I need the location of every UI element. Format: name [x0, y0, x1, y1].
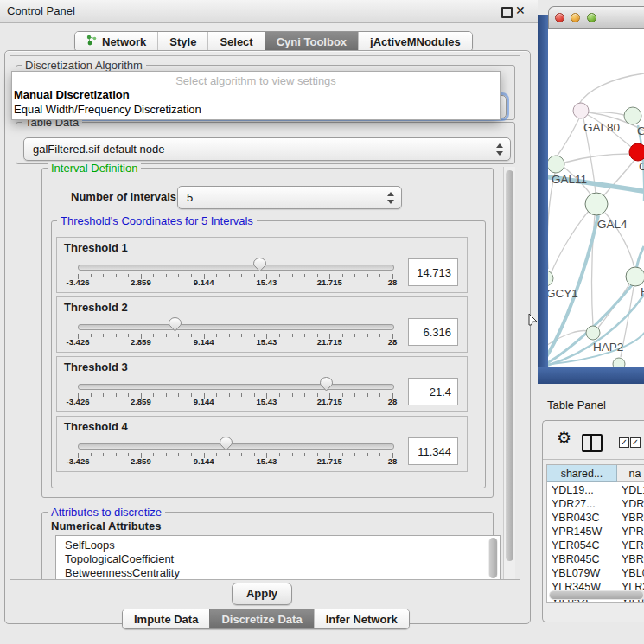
slider-track[interactable] — [78, 443, 394, 450]
threshold-value-field[interactable]: 11.344 — [408, 437, 458, 465]
apply-button[interactable]: Apply — [232, 583, 292, 605]
network-node[interactable] — [613, 358, 625, 367]
tab-discretize-data[interactable]: Discretize Data — [209, 609, 313, 628]
table-row[interactable]: YDL19...YDL1 — [547, 483, 644, 497]
tab-jactivemnodules[interactable]: jActiveMNodules — [358, 32, 472, 51]
table-cell: YPR1 — [622, 525, 644, 539]
tick-label: 2.859 — [131, 277, 151, 287]
slider-ruler — [78, 334, 392, 339]
node-label: GAL4 — [597, 218, 628, 231]
attribute-item-betweennesscentrality[interactable]: BetweennessCentrality — [65, 566, 180, 580]
tab-cyni-toolbox[interactable]: Cyni Toolbox — [265, 32, 358, 51]
network-node-h[interactable] — [626, 267, 644, 286]
thresholds-group-title: Threshold's Coordinates for 5 Intervals — [57, 214, 257, 227]
table-cell: YDR27... — [552, 497, 596, 511]
zoom-traffic-light-icon[interactable] — [587, 13, 596, 22]
network-node-gal4[interactable] — [585, 193, 608, 215]
slider-thumb[interactable] — [220, 437, 233, 451]
slider-track[interactable] — [78, 384, 394, 390]
settings-vertical-scrollbar[interactable] — [503, 167, 515, 579]
gear-icon[interactable]: ⚙ — [557, 428, 571, 448]
column-header-shared[interactable]: shared... — [547, 465, 617, 482]
tick-label: 15.43 — [257, 277, 277, 287]
tick-label: 2.859 — [131, 337, 151, 347]
popup-option-manual-discretization[interactable]: Manual Discretization — [14, 88, 130, 101]
slider-thumb[interactable] — [320, 377, 333, 392]
minimize-traffic-light-icon[interactable] — [571, 13, 580, 22]
network-node-gal80[interactable] — [573, 103, 589, 118]
table-row[interactable]: YBR043CYBR0 — [547, 511, 644, 525]
node-table[interactable]: shared...na YDL19...YDL1YDR27...YDR2YBR0… — [546, 464, 644, 603]
network-node-hap2[interactable] — [586, 326, 600, 340]
table-horizontal-scrollbar[interactable] — [549, 590, 644, 600]
scrollbar-thumb[interactable] — [489, 538, 497, 578]
float-window-icon[interactable] — [501, 7, 513, 18]
table-row[interactable]: YBL079WYBL0 — [547, 566, 644, 580]
table-panel-title: Table Panel — [547, 399, 606, 411]
attributes-group-title: Attributes to discretize — [48, 506, 165, 519]
popup-option-equal-width-frequency[interactable]: Equal Width/Frequency Discretization — [14, 103, 201, 116]
attribute-item-topologicalcoefficient[interactable]: TopologicalCoefficient — [65, 552, 174, 566]
column-header-na[interactable]: na — [617, 465, 644, 482]
table-cell: YDL19... — [552, 483, 594, 497]
slider-thumb[interactable] — [253, 258, 266, 272]
tab-label: jActiveMNodules — [370, 35, 461, 48]
attribute-item-selfloops[interactable]: SelfLoops — [65, 539, 115, 552]
checkbox-icon[interactable]: ✓ — [619, 437, 629, 448]
attributes-list-scrollbar[interactable] — [488, 538, 498, 578]
node-label: GA — [637, 124, 644, 137]
tick-label: 9.144 — [194, 277, 214, 287]
tab-style[interactable]: Style — [157, 32, 207, 51]
checkbox-icon[interactable]: ✓ — [630, 437, 641, 448]
panel-title: Control Panel — [7, 4, 75, 17]
threshold-value-field[interactable]: 14.713 — [408, 258, 458, 286]
table-cell: YER0 — [622, 539, 644, 552]
tab-impute-data[interactable]: Impute Data — [123, 609, 209, 628]
interval-definition-group: Interval Definition Number of Intervals … — [41, 168, 494, 498]
threshold-row-4: Threshold 4-3.4262.8599.14415.4321.71528… — [56, 416, 468, 472]
tick-label: 9.144 — [194, 337, 214, 347]
table-cell: YBL079W — [552, 566, 600, 580]
mouse-cursor-icon — [528, 313, 538, 326]
close-icon[interactable]: ✕ — [515, 3, 526, 17]
table-data-combo[interactable]: galFiltered.sif default node — [23, 137, 511, 161]
table-row[interactable]: YPR145WYPR1 — [547, 525, 644, 539]
tick-label: 9.144 — [194, 397, 214, 406]
number-of-intervals-combo[interactable]: 5 — [177, 186, 402, 209]
column-layout-icon[interactable] — [582, 434, 603, 452]
numerical-attributes-list[interactable]: SelfLoopsTopologicalCoefficientBetweenne… — [55, 535, 501, 580]
tick-label: 21.715 — [317, 337, 342, 347]
tab-infer-network[interactable]: Infer Network — [314, 609, 409, 628]
tab-network[interactable]: Network — [75, 32, 157, 51]
threshold-label: Threshold 3 — [64, 360, 128, 373]
number-of-intervals-label: Number of Intervals — [71, 186, 176, 208]
table-cell: YDR2 — [622, 497, 644, 511]
table-row[interactable]: YDR27...YDR2 — [547, 497, 644, 511]
slider-thumb[interactable] — [169, 317, 182, 332]
scrollbar-thumb[interactable] — [506, 170, 513, 561]
slider-track[interactable] — [78, 324, 394, 330]
tick-label: -3.426 — [67, 456, 90, 466]
threshold-value-field[interactable]: 6.316 — [408, 318, 458, 346]
table-row[interactable]: YER054CYER0 — [547, 539, 644, 552]
network-window-titlebar[interactable] — [548, 6, 644, 29]
close-traffic-light-icon[interactable] — [555, 13, 564, 22]
algorithm-dropdown-popup: Select algorithm to view settings Manual… — [11, 71, 501, 120]
network-node-gcy1[interactable] — [548, 271, 553, 286]
network-canvas[interactable]: GAL80GACGAL11GAL4GCY1HHAP2 — [548, 29, 644, 367]
slider-ruler — [78, 274, 392, 279]
scrollbar-thumb[interactable] — [550, 591, 643, 599]
control-panel-titlebar: Control Panel ✕ — [0, 0, 538, 23]
node-label: GCY1 — [548, 287, 578, 300]
table-row[interactable]: YBR045CYBR0 — [547, 552, 644, 566]
network-node-gal11[interactable] — [548, 156, 564, 173]
threshold-value-field[interactable]: 21.4 — [408, 378, 458, 405]
network-node-c[interactable] — [629, 143, 644, 161]
table-cell: YBR0 — [622, 511, 644, 525]
tab-select[interactable]: Select — [207, 32, 264, 51]
table-cell: YBR045C — [552, 552, 600, 566]
node-label: GAL11 — [552, 173, 587, 186]
network-node-ga[interactable] — [624, 107, 641, 124]
network-edge — [548, 173, 555, 269]
slider-track[interactable] — [78, 265, 394, 271]
